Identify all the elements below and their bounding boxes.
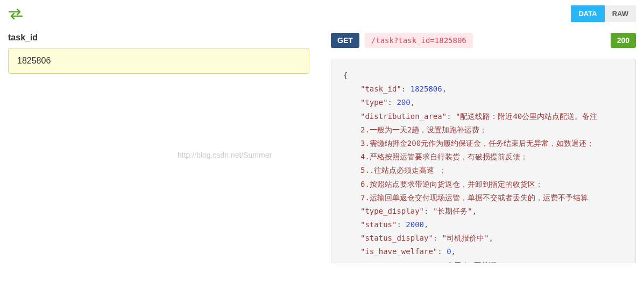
header-bar: DATA RAW — [0, 0, 644, 27]
right-panel: GET /task?task_id=1825806 200 { "task_id… — [331, 33, 636, 263]
json-key: "type_display" — [360, 207, 424, 215]
status-code-badge: 200 — [611, 33, 636, 48]
task-id-input[interactable] — [8, 48, 309, 74]
swap-icon — [8, 8, 23, 20]
response-body[interactable]: { "task_id": 1825806, "type": 200, "dist… — [331, 59, 636, 263]
json-key: "task_id" — [360, 85, 401, 93]
json-continuation: 5..往站点必须走高速 ； — [360, 164, 624, 177]
tab-raw[interactable]: RAW — [605, 5, 636, 22]
json-value: "长期任务" — [433, 207, 472, 215]
json-continuation: 2.一般为一天2趟，设置加跑补运费； — [360, 123, 624, 137]
request-url: /task?task_id=1825806 — [365, 33, 473, 48]
json-value: 1825806 — [411, 85, 442, 93]
left-panel: task_id — [8, 33, 309, 263]
request-line: GET /task?task_id=1825806 200 — [331, 33, 636, 48]
json-continuation: 4.严格按照运管要求自行装货，有破损提前反馈； — [360, 150, 624, 164]
view-tabs: DATA RAW — [571, 5, 636, 22]
json-value: 2000 — [406, 220, 424, 229]
json-continuation: 3.需缴纳押金200元作为履约保证金，任务结束后无异常，如数退还； — [360, 137, 624, 150]
json-content: "task_id": 1825806, "type": 200, "distri… — [360, 82, 624, 263]
json-value: "司机报价中" — [442, 234, 489, 242]
json-value: 0 — [447, 247, 451, 256]
json-value: "8-17 40公里内 不带证 — [411, 261, 497, 263]
field-label-task-id: task_id — [8, 33, 309, 43]
json-key: "distribution_area" — [360, 112, 447, 121]
json-open-brace: { — [343, 69, 624, 82]
json-key: "status_display" — [360, 234, 433, 242]
tab-data[interactable]: DATA — [571, 5, 604, 22]
json-value: "配送线路：附近40公里内站点配送。备注 — [456, 112, 597, 121]
json-key: "status" — [360, 220, 397, 229]
json-key: "is_have_welfare" — [360, 247, 437, 256]
main-content: task_id GET /task?task_id=1825806 200 { … — [0, 27, 644, 269]
json-key: "type" — [360, 98, 388, 107]
json-continuation: 6.按照站点要求带逆向货返仓，并卸到指定的收货区； — [360, 178, 624, 191]
json-continuation: 7.运输回单返仓交付现场运管，单据不交或者丢失的，运费不予结算 — [360, 191, 624, 205]
json-value: 200 — [397, 98, 410, 107]
http-method-badge: GET — [331, 33, 359, 48]
json-key: "content" — [360, 261, 401, 263]
